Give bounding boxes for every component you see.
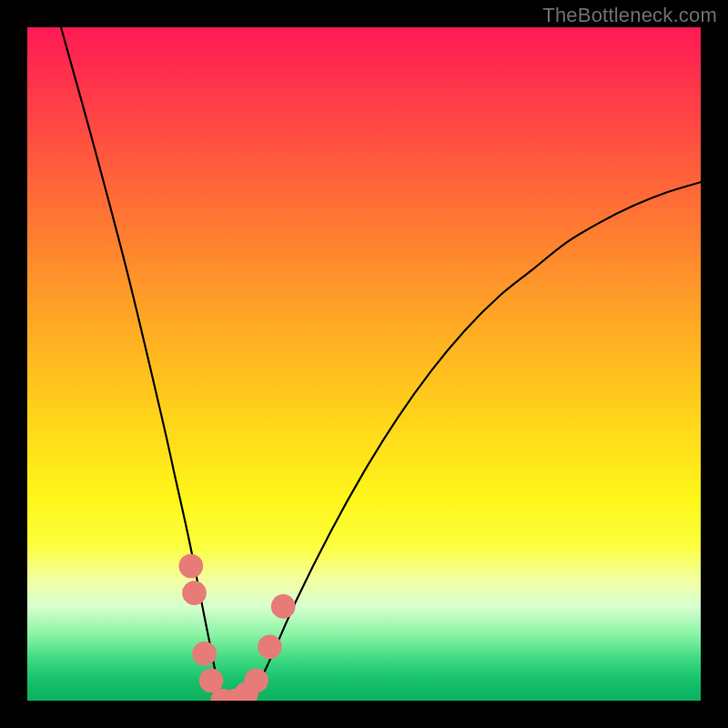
curve-marker xyxy=(258,634,282,659)
bottleneck-curve xyxy=(61,27,701,701)
curve-marker xyxy=(271,594,296,619)
watermark-text: TheBottleneck.com xyxy=(542,4,717,27)
curve-layer xyxy=(27,27,701,701)
curve-marker xyxy=(182,581,207,605)
curve-markers xyxy=(179,554,296,701)
plot-area xyxy=(27,27,701,701)
curve-marker xyxy=(244,668,268,693)
curve-marker xyxy=(179,554,204,579)
chart-frame: TheBottleneck.com xyxy=(0,0,728,728)
curve-marker xyxy=(192,642,217,666)
